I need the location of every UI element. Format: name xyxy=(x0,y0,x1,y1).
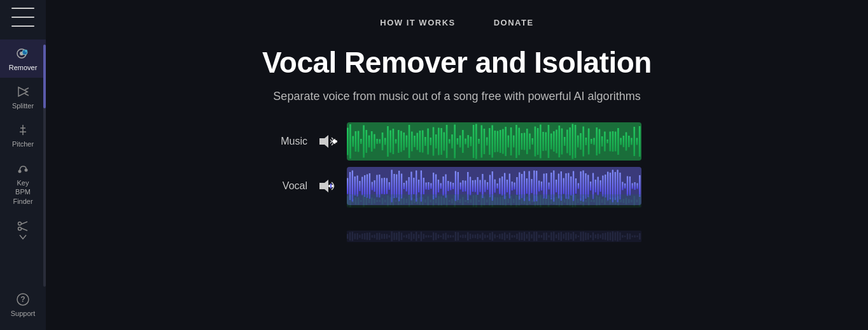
svg-rect-389 xyxy=(408,234,409,239)
nav-donate[interactable]: DONATE xyxy=(494,18,534,27)
svg-rect-178 xyxy=(455,171,456,201)
svg-rect-52 xyxy=(430,138,431,145)
svg-rect-185 xyxy=(472,180,473,192)
svg-rect-393 xyxy=(418,234,419,238)
waveform-visualization: Music xyxy=(272,122,641,280)
svg-line-5 xyxy=(25,88,29,90)
svg-rect-65 xyxy=(465,139,466,145)
svg-rect-452 xyxy=(563,234,564,239)
svg-rect-206 xyxy=(524,171,525,201)
svg-rect-66 xyxy=(467,135,469,148)
svg-rect-205 xyxy=(521,174,522,198)
svg-rect-236 xyxy=(598,177,599,196)
svg-rect-49 xyxy=(422,131,424,153)
svg-rect-423 xyxy=(492,232,493,241)
svg-rect-80 xyxy=(505,127,507,156)
sidebar-item-remover[interactable]: Remover xyxy=(0,39,46,78)
svg-rect-395 xyxy=(423,234,424,239)
hamburger-menu[interactable] xyxy=(11,8,34,27)
svg-rect-387 xyxy=(403,236,405,238)
svg-rect-148 xyxy=(381,178,382,194)
svg-rect-78 xyxy=(500,130,501,153)
svg-rect-438 xyxy=(528,232,529,241)
sidebar-item-pitcher[interactable]: Pitcher xyxy=(0,116,46,154)
music-volume-icon[interactable] xyxy=(315,133,339,150)
svg-rect-381 xyxy=(389,235,390,238)
svg-rect-37 xyxy=(389,131,391,153)
svg-rect-426 xyxy=(499,234,500,239)
vocal-volume-icon[interactable] xyxy=(315,177,339,195)
svg-rect-35 xyxy=(384,138,386,145)
nav-how-it-works[interactable]: HOW IT WORKS xyxy=(380,18,455,27)
svg-rect-252 xyxy=(636,183,638,189)
svg-rect-217 xyxy=(550,173,552,199)
svg-rect-472 xyxy=(612,231,613,241)
svg-rect-157 xyxy=(403,183,405,189)
svg-rect-473 xyxy=(615,232,616,240)
svg-rect-414 xyxy=(470,234,471,240)
svg-rect-370 xyxy=(361,234,363,240)
svg-rect-481 xyxy=(634,235,635,238)
svg-rect-247 xyxy=(624,183,626,189)
svg-rect-453 xyxy=(565,233,566,240)
svg-rect-446 xyxy=(548,235,549,237)
svg-rect-71 xyxy=(480,126,482,158)
svg-rect-391 xyxy=(413,234,414,239)
vocal-reflection-row: Vocal xyxy=(272,231,641,242)
svg-rect-429 xyxy=(507,234,508,238)
svg-rect-221 xyxy=(561,171,562,201)
svg-rect-449 xyxy=(556,234,557,238)
svg-rect-96 xyxy=(548,125,550,158)
svg-line-14 xyxy=(21,222,27,224)
music-waveform-row: Music xyxy=(272,122,641,161)
svg-rect-422 xyxy=(489,233,491,240)
svg-rect-25 xyxy=(358,131,360,152)
sidebar-item-support[interactable]: ? Support xyxy=(0,285,46,324)
svg-rect-38 xyxy=(393,129,395,154)
sidebar-scrollbar[interactable] xyxy=(43,45,46,287)
svg-rect-416 xyxy=(475,234,476,238)
svg-rect-189 xyxy=(482,174,483,198)
sidebar-item-cutter[interactable] xyxy=(0,212,46,247)
svg-rect-130 xyxy=(639,126,641,157)
svg-rect-376 xyxy=(376,233,377,240)
svg-rect-164 xyxy=(421,171,422,202)
svg-rect-163 xyxy=(418,180,419,192)
sidebar-item-label: Remover xyxy=(9,64,38,71)
svg-rect-234 xyxy=(592,173,594,199)
svg-rect-369 xyxy=(359,235,360,238)
svg-rect-244 xyxy=(617,170,618,203)
svg-rect-41 xyxy=(400,131,402,152)
svg-rect-215 xyxy=(546,173,547,199)
sidebar-item-splitter[interactable]: Splitter xyxy=(0,78,46,116)
svg-rect-213 xyxy=(541,182,542,190)
svg-rect-366 xyxy=(352,232,353,241)
keybpm-icon xyxy=(15,161,31,176)
svg-rect-67 xyxy=(470,137,472,147)
svg-rect-191 xyxy=(487,182,488,190)
svg-rect-109 xyxy=(582,127,584,157)
sidebar-item-keybpm[interactable]: Key BPM Finder xyxy=(0,154,46,212)
svg-rect-477 xyxy=(624,236,626,237)
svg-rect-403 xyxy=(442,234,444,240)
svg-rect-421 xyxy=(487,235,488,238)
svg-rect-26 xyxy=(360,139,362,144)
svg-rect-83 xyxy=(513,136,515,148)
sidebar-item-label: Key BPM Finder xyxy=(13,178,32,206)
svg-rect-68 xyxy=(473,125,475,158)
svg-rect-122 xyxy=(617,128,619,155)
svg-rect-84 xyxy=(515,125,517,158)
svg-rect-28 xyxy=(365,130,367,153)
svg-rect-253 xyxy=(639,175,640,197)
svg-rect-55 xyxy=(438,128,440,155)
svg-rect-31 xyxy=(374,134,375,149)
svg-rect-139 xyxy=(359,181,360,191)
svg-rect-430 xyxy=(509,233,510,240)
svg-rect-47 xyxy=(416,133,418,150)
svg-rect-117 xyxy=(604,132,606,152)
svg-rect-186 xyxy=(475,180,476,192)
svg-rect-394 xyxy=(421,232,422,241)
svg-rect-20 xyxy=(334,139,335,144)
svg-rect-214 xyxy=(543,174,545,199)
svg-rect-196 xyxy=(499,178,500,194)
